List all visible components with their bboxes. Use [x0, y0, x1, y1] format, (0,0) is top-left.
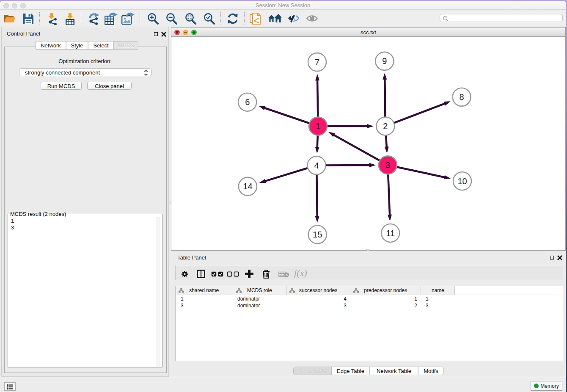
svg-text:4: 4 — [314, 161, 319, 170]
svg-text:1: 1 — [316, 121, 320, 131]
svg-text:14: 14 — [243, 182, 252, 191]
svg-text:3: 3 — [385, 160, 390, 170]
svg-text:8: 8 — [459, 92, 464, 102]
svg-text:10: 10 — [457, 177, 467, 186]
svg-text:15: 15 — [313, 230, 322, 239]
svg-text:7: 7 — [314, 58, 319, 67]
svg-text:6: 6 — [245, 97, 250, 107]
svg-text:2: 2 — [383, 121, 388, 131]
svg-text:9: 9 — [382, 56, 387, 66]
svg-text:11: 11 — [386, 229, 395, 238]
